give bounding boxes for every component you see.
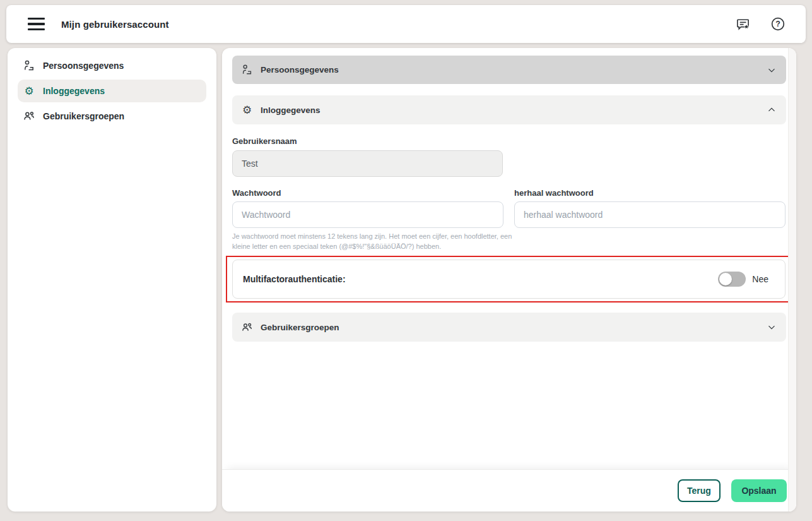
- person-desk-icon: [241, 64, 253, 76]
- accordion-label: Gebruikersgroepen: [261, 323, 758, 332]
- sidebar-item-label: Inloggegevens: [43, 86, 105, 96]
- accordion-label: Inloggegevens: [261, 105, 758, 115]
- mfa-row: Multifactorauthenticatie: Nee: [232, 260, 786, 299]
- feedback-button[interactable]: [734, 16, 751, 32]
- save-button[interactable]: Opslaan: [731, 479, 787, 502]
- mfa-toggle[interactable]: [718, 272, 746, 287]
- toggle-knob-icon: [719, 273, 732, 285]
- svg-text:?: ?: [775, 20, 780, 28]
- topbar-actions: ?: [734, 16, 786, 32]
- menu-button[interactable]: [28, 18, 45, 30]
- gear-icon: ⚙: [23, 85, 35, 97]
- back-button[interactable]: Terug: [678, 479, 721, 502]
- group-icon: [23, 110, 35, 123]
- mfa-label: Multifactorauthenticatie:: [243, 274, 346, 284]
- hamburger-icon: [28, 18, 45, 20]
- chevron-down-icon: [766, 64, 777, 76]
- chevron-up-icon: [766, 104, 777, 116]
- accordion-label: Persoonsgegevens: [261, 65, 758, 75]
- accordion-inloggegevens[interactable]: ⚙ Inloggegevens: [232, 95, 786, 124]
- scrollbar-track[interactable]: [788, 48, 796, 512]
- sidebar-item-label: Persoonsgegevens: [43, 61, 124, 71]
- accordion-gebruikersgroepen[interactable]: Gebruikersgroepen: [232, 313, 786, 342]
- password-repeat-input[interactable]: [514, 201, 786, 228]
- accordion-persoonsgegevens[interactable]: Persoonsgegevens: [232, 56, 786, 84]
- password-label: Wachtwoord: [232, 188, 281, 198]
- footer-action-bar: Terug Opslaan: [222, 469, 796, 512]
- password-repeat-label: herhaal wachtwoord: [514, 188, 594, 198]
- gear-icon: ⚙: [241, 104, 253, 116]
- top-header: Mijn gebruikersaccount ?: [6, 5, 806, 43]
- username-input[interactable]: [232, 150, 503, 177]
- mfa-highlight-box: Multifactorauthenticatie: Nee: [226, 256, 791, 302]
- chevron-down-icon: [766, 321, 777, 333]
- sidebar-item-inloggegevens[interactable]: ⚙ Inloggegevens: [18, 80, 206, 102]
- username-label: Gebruikersnaam: [232, 136, 297, 146]
- password-hint-text: Je wachtwoord moet minstens 12 tekens la…: [232, 232, 513, 251]
- group-icon: [241, 321, 253, 333]
- page-title: Mijn gebruikersaccount: [61, 19, 169, 30]
- feedback-star-icon: [735, 16, 751, 32]
- sidebar: Persoonsgegevens ⚙ Inloggegevens Gebruik…: [8, 48, 216, 512]
- sidebar-item-persoonsgegevens[interactable]: Persoonsgegevens: [18, 54, 206, 77]
- sidebar-item-label: Gebruikersgroepen: [43, 111, 124, 121]
- main-panel: Persoonsgegevens ⚙ Inloggegevens Gebruik…: [222, 48, 796, 512]
- sidebar-item-gebruikersgroepen[interactable]: Gebruikersgroepen: [18, 105, 206, 128]
- help-icon: ?: [770, 16, 786, 32]
- person-desk-icon: [23, 59, 35, 72]
- mfa-state-label: Nee: [752, 274, 768, 284]
- help-button[interactable]: ?: [770, 16, 786, 32]
- password-input[interactable]: [232, 201, 503, 228]
